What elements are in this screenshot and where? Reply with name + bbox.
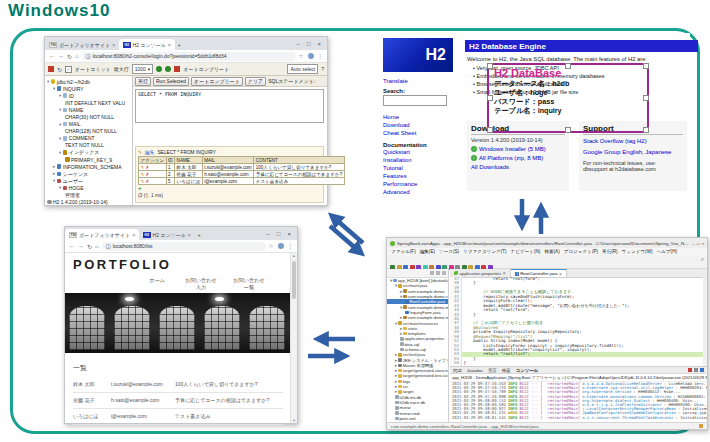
- collapse-all-icon[interactable]: [436, 271, 440, 275]
- annotation-box[interactable]: H2 DataBase データベース名：h2db ユーザ名：hoge パスワード…: [487, 63, 649, 133]
- run-selected-button[interactable]: Run Selected: [153, 77, 189, 86]
- forward-icon[interactable]: →: [78, 243, 84, 249]
- close-tab-icon[interactable]: ×: [188, 232, 191, 238]
- sidebar-link-translate[interactable]: Translate: [383, 78, 461, 84]
- close-tab-icon[interactable]: ×: [132, 232, 135, 238]
- delete-row-icon[interactable]: ✗: [146, 172, 150, 177]
- autocomplete-select[interactable]: Auto select: [287, 64, 318, 74]
- all-platforms-link[interactable]: ↓All Platforms (zip, 8 MB): [471, 155, 565, 161]
- selection-handle[interactable]: [565, 127, 571, 133]
- selection-handle[interactable]: [643, 127, 649, 133]
- sql-input[interactable]: SELECT * FROM INQUIRY: [135, 89, 324, 123]
- menu-run[interactable]: 実行(R): [602, 249, 618, 254]
- selection-handle[interactable]: [565, 63, 571, 69]
- new-tab-button[interactable]: +: [175, 39, 184, 50]
- rollback-icon[interactable]: [165, 66, 171, 72]
- tab-portfolio-site[interactable]: TM ポートフォリオサイト ×: [65, 229, 139, 240]
- tab-javadoc[interactable]: Javadoc: [467, 368, 483, 373]
- selection-handle[interactable]: [487, 95, 493, 101]
- tab-h2-console[interactable]: H2 H2 コンソール ×: [119, 39, 175, 50]
- close-tab-icon[interactable]: ×: [503, 270, 506, 276]
- tree-item-type[interactable]: CHAR(128) NOT NULL: [45, 128, 132, 135]
- menu-window[interactable]: ウィンドウ(W): [622, 249, 653, 254]
- scroll-thumb[interactable]: [292, 261, 296, 299]
- selection-handle[interactable]: [643, 63, 649, 69]
- sidebar-link-quickstart[interactable]: Quickstart: [383, 148, 461, 156]
- sidebar-link-cheatsheet[interactable]: Cheat Sheet: [383, 129, 461, 137]
- tab-portfolio-site[interactable]: TM ポートフォリオサイト ×: [45, 39, 119, 50]
- sidebar-link-installation[interactable]: Installation: [383, 156, 461, 164]
- page-info-icon[interactable]: ⓘ: [106, 243, 111, 249]
- close-icon[interactable]: ×: [317, 41, 321, 47]
- nav-contact-list-link[interactable]: お問い合わせ一覧: [232, 277, 266, 290]
- close-tab-icon[interactable]: ×: [168, 42, 171, 48]
- bookmark-star-icon[interactable]: ☆: [269, 243, 274, 249]
- commit-icon[interactable]: [156, 66, 162, 72]
- clear-console-icon[interactable]: [694, 368, 698, 372]
- stackoverflow-link[interactable]: Stack Overflow (tag H2): [583, 138, 683, 144]
- address-input[interactable]: ⓘ localhost:8080/h2-console/login.do?jse…: [82, 52, 296, 61]
- sidebar-link-home[interactable]: Home: [383, 113, 461, 121]
- menu-project[interactable]: プロジェクト(P): [564, 249, 598, 254]
- tree-item-users[interactable]: ▾ユーザー: [45, 177, 132, 184]
- tree-item-schema[interactable]: ▸INFORMATION_SCHEMA: [45, 163, 132, 170]
- new-tab-button[interactable]: +: [195, 229, 204, 240]
- editor-tab-properties[interactable]: application.properties×: [450, 269, 511, 277]
- run-button[interactable]: 実行: [135, 77, 151, 86]
- tree-item-database[interactable]: ▾jdbc:h2:~/h2db: [45, 78, 132, 85]
- tree-item-admin[interactable]: 管理者: [45, 192, 132, 199]
- menu-refactor[interactable]: リファクタリング(T): [463, 249, 506, 254]
- nav-contact-form-link[interactable]: お問い合わせ入力: [184, 277, 218, 290]
- menu-search[interactable]: 検索(A): [544, 249, 559, 254]
- tree-item-type[interactable]: INT DEFAULT NEXT VALU: [45, 99, 132, 106]
- tree-item-indexes[interactable]: ▾インデックス: [45, 149, 132, 156]
- tree-item-type[interactable]: CHAR(30) NOT NULL: [45, 113, 132, 120]
- menu-file[interactable]: ファイル(F): [391, 249, 416, 254]
- browser-menu-icon[interactable]: ⋮: [288, 243, 294, 249]
- nav-home-link[interactable]: ホーム: [144, 277, 170, 290]
- google-group-link[interactable]: Google Group English, Japanese: [583, 149, 683, 155]
- sidebar-link-features[interactable]: Features: [383, 172, 461, 180]
- profile-avatar[interactable]: [308, 53, 314, 59]
- add-row-icon[interactable]: +: [138, 185, 142, 191]
- home-icon[interactable]: ⌂: [75, 53, 79, 59]
- browser-menu-icon[interactable]: ⋮: [318, 53, 324, 59]
- tab-h2-console[interactable]: H2 H2 コンソール ×: [139, 229, 195, 240]
- tree-item-column[interactable]: ▾COMMENT: [45, 135, 132, 142]
- page-info-icon[interactable]: ⓘ: [86, 53, 91, 59]
- link-editor-icon[interactable]: [442, 271, 446, 275]
- disconnect-icon[interactable]: [48, 66, 54, 72]
- menu-source[interactable]: ソース(S): [439, 249, 459, 254]
- tab-declaration[interactable]: 宣言: [488, 368, 497, 373]
- edit-row-icon[interactable]: ✎: [141, 179, 145, 184]
- sidebar-link-tutorial[interactable]: Tutorial: [383, 164, 461, 172]
- tree-item-h2-version[interactable]: H2 1.4.200 (2019-10-14): [45, 199, 132, 205]
- close-tab-icon[interactable]: ×: [559, 271, 562, 277]
- delete-row-icon[interactable]: ✗: [146, 165, 150, 170]
- back-icon[interactable]: ←: [49, 53, 55, 59]
- edit-row-icon[interactable]: ✎: [141, 165, 145, 170]
- maximize-icon[interactable]: □: [697, 241, 700, 246]
- address-input[interactable]: ⓘ localhost:8080/list: [102, 242, 266, 251]
- code-area[interactable]: 37 return "root/form"; 38 } 39 40 // H2D…: [450, 277, 703, 366]
- tree-item-user-hoge[interactable]: ▾HOGE: [45, 184, 132, 191]
- reload-icon[interactable]: ↻: [87, 243, 92, 250]
- sidebar-link-performance[interactable]: Performance: [383, 180, 461, 188]
- tree-item-sequences[interactable]: ▸シーケンス: [45, 170, 132, 177]
- ide-title-bar[interactable]: SpringBootLearnApps - app_H2DB/src/main/…: [387, 238, 707, 248]
- editor-tab-rootcontroller[interactable]: JRootController.java×: [511, 269, 567, 277]
- minimize-icon[interactable]: –: [267, 231, 270, 237]
- tree-item-column[interactable]: ▾ID: [45, 92, 132, 99]
- close-icon[interactable]: ×: [287, 231, 291, 237]
- clear-button[interactable]: クリア: [245, 77, 266, 86]
- all-downloads-link[interactable]: All Downloads: [471, 164, 565, 170]
- profile-avatar[interactable]: [278, 243, 284, 249]
- windows-installer-link[interactable]: ↓Windows Installer (5 MB): [471, 146, 565, 152]
- minimize-icon[interactable]: –: [692, 241, 694, 246]
- home-icon[interactable]: ⌂: [95, 243, 99, 249]
- tree-item-table[interactable]: ▾INQUIRY: [45, 85, 132, 92]
- edit-row-icon[interactable]: ✎: [141, 172, 145, 177]
- bookmark-star-icon[interactable]: ☆: [299, 53, 304, 59]
- selection-handle[interactable]: [643, 95, 649, 101]
- menu-edit[interactable]: 編集(E): [420, 249, 435, 254]
